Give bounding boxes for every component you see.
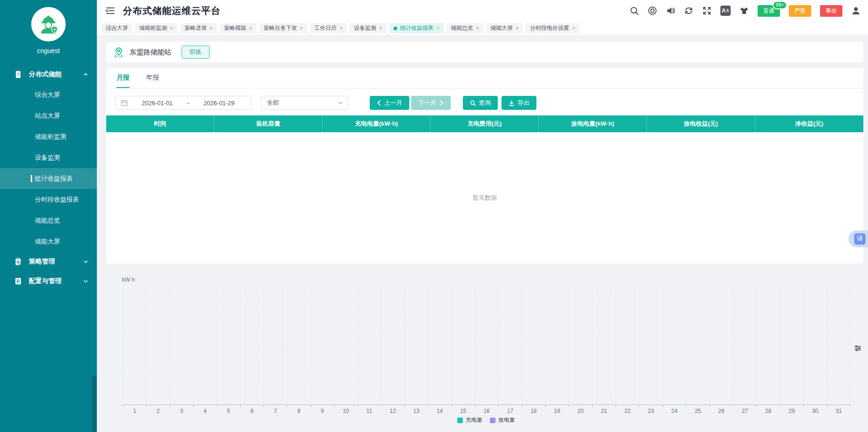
next-month-button[interactable]: 下一月 xyxy=(411,96,451,110)
sidebar-item-储能柜监测[interactable]: 储能柜监测 xyxy=(0,126,97,147)
report-tab-月报[interactable]: 月报 xyxy=(116,68,129,88)
sidebar-section-分布式储能[interactable]: 分布式储能 xyxy=(0,65,97,84)
chart-axis-tick xyxy=(780,405,780,407)
location-pin-icon xyxy=(114,47,124,57)
tab-label: 策略任务下发 xyxy=(264,24,297,32)
sidebar-section-策略管理[interactable]: 策略管理 xyxy=(0,252,97,271)
tab-close-icon[interactable]: × xyxy=(436,26,440,31)
chart-gridline xyxy=(475,288,475,405)
chart-axis-tick xyxy=(217,405,217,407)
fullscreen-icon[interactable] xyxy=(702,6,712,15)
support-icon[interactable] xyxy=(648,6,657,15)
tab-close-icon[interactable]: × xyxy=(572,26,575,31)
tab-储能大屏[interactable]: 储能大屏× xyxy=(486,23,523,34)
legend-color-chip xyxy=(457,418,463,423)
report-tab-年报[interactable]: 年报 xyxy=(146,68,159,88)
tab-统计收益报表[interactable]: 统计收益报表× xyxy=(389,23,444,34)
x-axis-tick-label: 11 xyxy=(358,408,381,414)
search-icon xyxy=(470,100,476,106)
x-axis-tick-label: 30 xyxy=(803,408,827,414)
query-button[interactable]: 查询 xyxy=(463,96,498,110)
tab-分时段电价设置[interactable]: 分时段电价设置× xyxy=(526,23,579,34)
tab-close-icon[interactable]: × xyxy=(210,26,213,31)
theme-shirt-icon[interactable] xyxy=(739,6,749,15)
alarm-badge-普通[interactable]: 普通99+ xyxy=(758,5,780,17)
chart-gridline xyxy=(756,288,757,405)
chart-gridline xyxy=(193,288,194,405)
date-range-input[interactable]: 2026-01-01 ~ 2026-01-29 xyxy=(115,96,251,110)
prev-month-label: 上一月 xyxy=(384,99,402,107)
tab-close-icon[interactable]: × xyxy=(339,26,343,31)
x-axis-tick-label: 20 xyxy=(569,408,592,414)
app-title: 分布式储能运维云平台 xyxy=(123,5,221,17)
station-switch-button[interactable]: 切换 xyxy=(182,46,210,59)
sidebar-item-设备监测[interactable]: 设备监测 xyxy=(0,147,97,168)
export-button[interactable]: 导出 xyxy=(502,96,536,110)
chart-axis-tick xyxy=(287,405,288,407)
sidebar-item-统计收益报表[interactable]: 统计收益报表 xyxy=(0,168,97,189)
user-icon[interactable] xyxy=(851,6,861,15)
tab-close-icon[interactable]: × xyxy=(300,26,303,31)
tab-close-icon[interactable]: × xyxy=(249,26,252,31)
worker-avatar-icon xyxy=(36,12,61,36)
legend-label: 充电量 xyxy=(466,416,482,424)
tab-close-icon[interactable]: × xyxy=(170,26,173,31)
filter-select[interactable]: 全部 xyxy=(261,96,348,110)
chart-axis-tick xyxy=(569,405,569,407)
sidebar-section-配置与管理[interactable]: 配置与管理 xyxy=(0,271,97,291)
volume-icon[interactable] xyxy=(666,6,675,15)
x-axis-tick-label: 9 xyxy=(311,408,334,414)
chart-gridline xyxy=(405,288,405,405)
search-icon[interactable] xyxy=(630,6,639,15)
translate-button[interactable]: 译 xyxy=(848,230,868,247)
chart-toolbox-icon[interactable] xyxy=(854,344,861,354)
chart-gridline xyxy=(334,288,334,405)
sidebar-item-站点大屏[interactable]: 站点大屏 xyxy=(0,105,97,126)
x-axis-tick-label: 15 xyxy=(451,408,475,414)
station-bar: 东盟路储能站 切换 xyxy=(106,42,863,62)
sidebar-item-储能总览[interactable]: 储能总览 xyxy=(0,210,97,231)
collapse-menu-icon[interactable] xyxy=(105,6,115,16)
tab-综合大屏[interactable]: 综合大屏 xyxy=(102,23,132,34)
chart-axis-tick xyxy=(123,405,123,407)
tab-label: 分时段电价设置 xyxy=(530,24,569,32)
x-axis-tick-label: 12 xyxy=(381,408,404,414)
x-axis-tick-label: 19 xyxy=(545,408,569,414)
tab-策略模版[interactable]: 策略模版× xyxy=(220,23,257,34)
tab-储能总览[interactable]: 储能总览× xyxy=(447,23,483,34)
chart-gridline xyxy=(850,288,851,405)
column-header: 放电电量(kW·h) xyxy=(539,115,647,132)
tab-close-icon[interactable]: × xyxy=(476,26,479,31)
sidebar-item-综合大屏[interactable]: 综合大屏 xyxy=(0,84,97,105)
tab-策略进展[interactable]: 策略进展× xyxy=(180,23,217,34)
refresh-icon[interactable] xyxy=(684,6,693,15)
tab-label: 综合大屏 xyxy=(106,24,128,32)
sidebar-item-分时段收益报表[interactable]: 分时段收益报表 xyxy=(0,189,97,210)
alarm-badge-事故[interactable]: 事故 xyxy=(820,5,842,17)
chart-axis-tick xyxy=(803,405,804,407)
tab-close-icon[interactable]: × xyxy=(515,26,519,31)
report-card: 月报年报 2026-01-01 ~ 2026-01-29 全部 xyxy=(106,68,863,263)
tab-储能柜监测[interactable]: 储能柜监测× xyxy=(135,23,177,34)
sidebar-scrollbar-thumb[interactable] xyxy=(92,376,97,432)
legend-item-充电量[interactable]: 充电量 xyxy=(457,416,482,424)
sidebar-item-储能大屏[interactable]: 储能大屏 xyxy=(0,231,97,252)
translate-a-icon[interactable]: A文 xyxy=(720,6,731,16)
chart-gridline xyxy=(287,288,288,405)
tab-策略任务下发[interactable]: 策略任务下发× xyxy=(259,23,307,34)
x-axis-tick-label: 23 xyxy=(639,408,663,414)
tab-label: 策略模版 xyxy=(224,24,246,32)
tab-设备监测[interactable]: 设备监测× xyxy=(350,23,387,34)
chart-gridline xyxy=(616,288,616,405)
station-name: 东盟路储能站 xyxy=(129,48,171,57)
chart-gridline xyxy=(498,288,499,405)
tab-工作日历[interactable]: 工作日历× xyxy=(310,23,347,34)
chart-y-axis-label: kW·h xyxy=(120,277,852,283)
alarm-badge-严重[interactable]: 严重 xyxy=(789,5,811,17)
prev-month-button[interactable]: 上一月 xyxy=(370,96,409,110)
chart-axis-tick xyxy=(545,405,546,407)
column-header: 放电收益(元) xyxy=(647,115,755,132)
chart-gridline xyxy=(170,288,170,405)
tab-close-icon[interactable]: × xyxy=(379,26,382,31)
legend-item-放电量[interactable]: 放电量 xyxy=(490,416,515,424)
